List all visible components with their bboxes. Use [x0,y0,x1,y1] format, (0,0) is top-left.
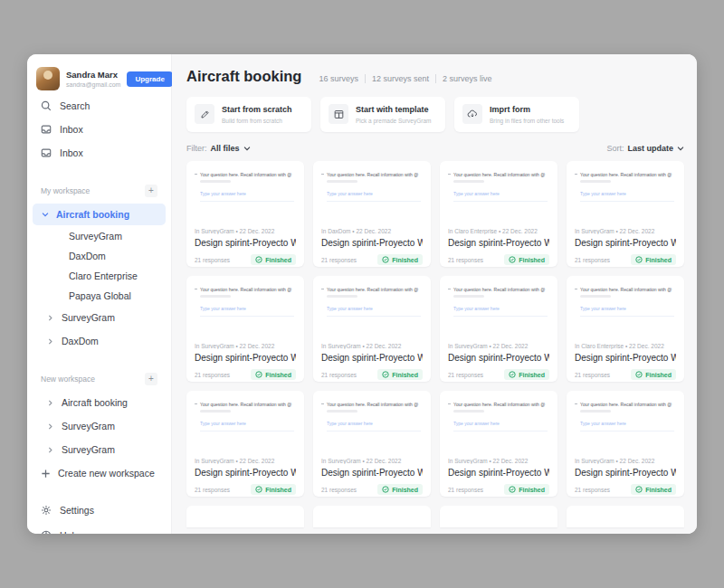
responses-count: 21 responses [448,487,483,493]
preview-faded-line [580,295,611,298]
avatar[interactable] [36,67,60,90]
survey-card[interactable]: Your question here. Recall information w… [186,161,304,267]
status-badge: Finished [631,484,676,495]
sidebar-item-workspace-child[interactable]: DaxDom [27,246,171,266]
status-badge: Finished [377,254,423,265]
status-label: Finished [265,487,291,493]
survey-card[interactable]: Your question here. Recall information w… [313,276,431,382]
card-meta: In SurveyGram • 22 Dec. 2022 [448,458,549,464]
responses-count: 21 responses [321,257,357,263]
status-badge: Finished [504,484,549,495]
chevron-right-icon [47,447,53,453]
survey-preview: Your question here. Recall information w… [321,287,423,332]
filter-value: All files [211,144,240,153]
survey-card[interactable]: Your question here. Recall information w… [567,276,684,382]
profile-name: Sandra Marx [66,70,120,81]
status-label: Finished [519,487,545,493]
sidebar-item-collapsed-workspace[interactable]: SurveyGram [27,306,171,329]
preview-question: Your question here. Recall information w… [575,287,676,292]
sort-label: Sort: [606,144,624,153]
sidebar-item-workspace-child[interactable]: Papaya Global [27,286,171,306]
status-label: Finished [519,257,545,263]
sidebar-item-help[interactable]: Help [27,523,171,534]
status-label: Finished [645,372,672,378]
preview-question: Your question here. Recall information w… [195,287,296,292]
card-title: Design spirint-Proyecto Web... [321,353,423,363]
survey-card[interactable]: Your question here. Recall information w… [567,161,684,267]
survey-card[interactable]: Your question here. Recall information w… [313,391,431,497]
survey-card-partial[interactable] [313,506,431,527]
sidebar-item-label: Aircraft booking [56,209,129,220]
check-circle-icon [255,486,262,493]
sidebar-item-aircraft-booking-selected[interactable]: Aircraft booking [33,204,166,225]
preview-answer-placeholder: Type your answer here [453,191,548,202]
start-from-scratch-card[interactable]: Start from scratch Build form from scrat… [186,97,311,132]
survey-card-partial[interactable] [567,506,684,527]
sidebar-item-collapsed-workspace[interactable]: DaxDom [27,329,171,353]
sidebar-item-label: SurveyGram [62,312,115,323]
help-icon [41,530,52,534]
survey-card[interactable]: Your question here. Recall information w… [567,391,684,497]
upgrade-button[interactable]: Upgrade [127,71,172,87]
add-workspace-button[interactable]: + [145,373,157,385]
filter-dropdown[interactable]: Filter: All files [186,144,251,153]
preview-faded-line [580,180,611,183]
chevron-down-icon [243,145,251,152]
status-badge: Finished [377,369,423,380]
survey-card[interactable]: Your question here. Recall information w… [186,391,304,497]
sort-dropdown[interactable]: Sort: Last update [606,144,684,153]
sidebar-item-workspace-child[interactable]: Claro Enterprise [27,266,171,286]
preview-faded-line [453,410,484,413]
responses-count: 21 responses [448,257,483,263]
import-form-card[interactable]: Imprt form Bring in files from other too… [454,97,579,132]
survey-card-partial[interactable] [186,506,304,527]
preview-question: Your question here. Recall information w… [448,172,549,177]
create-new-workspace-button[interactable]: Create new workspace [27,461,171,485]
sidebar-item-inbox-2[interactable]: Inbox [27,141,171,165]
sidebar-item-settings[interactable]: Settings [27,498,171,523]
responses-count: 21 responses [575,487,610,493]
card-title: Design spirint-Proyecto Web... [321,238,423,248]
action-title: Start from scratch [222,104,292,115]
check-circle-icon [255,371,262,378]
import-cloud-icon [462,104,482,124]
preview-question: Your question here. Recall information w… [321,287,423,292]
preview-question: Your question here. Recall information w… [195,172,296,177]
card-title: Design spirint-Proyecto Web... [575,468,676,478]
sidebar-item-collapsed-workspace[interactable]: Aircraft booking [27,391,171,414]
card-meta: In DaxDom • 22 Dec. 2022 [321,228,423,234]
sidebar-item-label: Inbox [60,147,83,158]
sidebar-item-collapsed-workspace[interactable]: SurveyGram [27,438,171,461]
partial-card-row [186,506,684,527]
survey-preview: Your question here. Recall information w… [195,172,296,217]
sidebar-item-search[interactable]: Search [27,94,171,118]
start-with-template-card[interactable]: Start with template Pick a premade Surve… [320,97,445,132]
survey-card[interactable]: Your question here. Recall information w… [440,276,557,382]
sidebar-item-label: Papaya Global [69,290,131,301]
main-content: Aircraft booking 16 surveys 12 surveys s… [172,54,697,534]
card-meta: In SurveyGram • 22 Dec. 2022 [195,343,296,349]
status-label: Finished [519,372,545,378]
sidebar-item-inbox-1[interactable]: Inbox [27,118,171,141]
create-workspace-label: Create new workspace [58,468,155,479]
add-workspace-button[interactable]: + [145,185,157,197]
status-label: Finished [265,257,291,263]
card-title: Design spirint-Proyecto Web... [575,353,676,363]
status-label: Finished [392,257,418,263]
sidebar-item-collapsed-workspace[interactable]: SurveyGram [27,414,171,438]
card-meta: In SurveyGram • 22 Dec. 2022 [195,228,296,234]
responses-count: 21 responses [195,487,230,493]
survey-card[interactable]: Your question here. Recall information w… [440,161,557,267]
status-label: Finished [645,487,672,493]
survey-card[interactable]: Your question here. Recall information w… [313,161,431,267]
survey-preview: Your question here. Recall information w… [321,172,423,217]
survey-card[interactable]: Your question here. Recall information w… [186,276,304,382]
survey-cards-grid: Your question here. Recall information w… [186,161,684,497]
survey-preview: Your question here. Recall information w… [448,172,549,217]
new-workspace-section-header: New workspace + [27,365,171,391]
sort-value: Last update [627,144,673,153]
sidebar-item-workspace-child[interactable]: SurveyGram [27,226,171,246]
stat-total-surveys: 16 surveys [312,74,365,83]
survey-card[interactable]: Your question here. Recall information w… [440,391,557,497]
survey-card-partial[interactable] [440,506,557,527]
